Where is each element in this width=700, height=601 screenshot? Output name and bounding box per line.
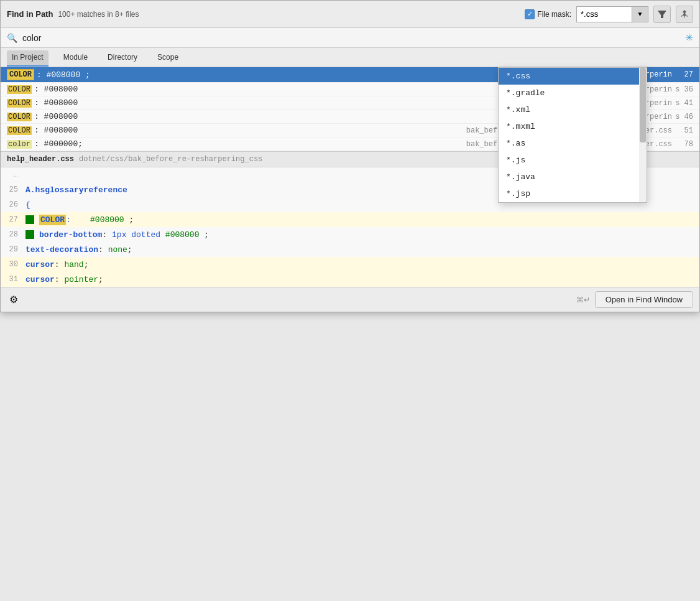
code-token: ; bbox=[127, 245, 132, 254]
filter-icon bbox=[657, 9, 667, 19]
code-token: ; bbox=[98, 275, 103, 284]
code-token: : bbox=[66, 215, 90, 225]
file-mask-field: ▼ bbox=[576, 6, 648, 22]
result-linenum: s 46 bbox=[675, 113, 693, 121]
code-token: #008000 bbox=[90, 215, 124, 225]
color-badge: COLOR bbox=[7, 69, 34, 80]
file-mask-checkbox-wrapper: ✓ File mask: bbox=[525, 9, 571, 19]
dropdown-item-java[interactable]: *.java bbox=[499, 169, 647, 185]
code-filepath: dotnet/css/bak_before_re-resharpering_cs… bbox=[79, 155, 262, 164]
code-token: ; bbox=[199, 230, 209, 240]
code-line: 28 border-bottom: 1px dotted #008000 ; bbox=[1, 227, 699, 242]
open-in-find-window-button[interactable]: Open in Find Window bbox=[595, 291, 693, 308]
code-token: : bbox=[55, 275, 65, 284]
result-content: : #008000 ; bbox=[37, 70, 558, 80]
pin-icon bbox=[679, 9, 689, 19]
code-line-highlighted: 27 COLOR: #008000 ; bbox=[1, 212, 699, 227]
line-number: … bbox=[1, 170, 25, 179]
code-token: 1px dotted bbox=[112, 230, 160, 240]
code-line-highlighted: 30 cursor: hand; bbox=[1, 257, 699, 272]
code-token: #008000 bbox=[165, 230, 200, 240]
result-content: : #008000 bbox=[34, 98, 558, 108]
match-count: 100+ matches in 8+ files bbox=[58, 10, 139, 19]
dropdown-item-jsp[interactable]: *.jsp bbox=[499, 185, 647, 202]
result-linenum: 27 bbox=[675, 70, 693, 79]
result-content: : #008000 bbox=[34, 85, 558, 94]
pin-button[interactable] bbox=[676, 6, 693, 23]
line-number: 30 bbox=[1, 260, 25, 269]
dropdown-item-css[interactable]: *.css bbox=[499, 68, 647, 85]
search-input[interactable] bbox=[22, 33, 680, 43]
dropdown-item-as[interactable]: *.as bbox=[499, 135, 647, 152]
code-token: ; bbox=[124, 215, 134, 225]
scrollbar-thumb bbox=[640, 68, 646, 142]
code-filename: help_header.css bbox=[7, 155, 74, 164]
tab-directory[interactable]: Directory bbox=[103, 50, 142, 67]
code-token: hand bbox=[64, 260, 83, 269]
line-number: 27 bbox=[1, 215, 25, 224]
keyboard-shortcut: ⌘↵ bbox=[576, 296, 590, 304]
code-token: cursor bbox=[25, 275, 55, 284]
result-linenum: 51 bbox=[675, 126, 693, 135]
color-badge: COLOR bbox=[7, 99, 32, 108]
code-token: : bbox=[102, 230, 112, 240]
star-button[interactable]: ✳ bbox=[685, 32, 693, 44]
color-swatch bbox=[25, 215, 34, 224]
search-icon: 🔍 bbox=[7, 33, 17, 43]
file-mask-dropdown: *.css *.gradle *.xml *.mxml *.as *.js *.… bbox=[498, 67, 647, 203]
code-token: : bbox=[98, 245, 108, 254]
color-badge: COLOR bbox=[7, 126, 32, 135]
line-number: 31 bbox=[1, 275, 25, 284]
code-token: none bbox=[108, 245, 127, 254]
file-mask-input[interactable] bbox=[576, 6, 632, 22]
result-content: : #008000 bbox=[34, 126, 464, 135]
result-content: : #008000 bbox=[34, 112, 558, 121]
line-number: 26 bbox=[1, 200, 25, 209]
code-token bbox=[160, 230, 165, 240]
line-number: 29 bbox=[1, 245, 25, 254]
file-mask-dropdown-btn[interactable]: ▼ bbox=[632, 6, 648, 22]
color-badge: color bbox=[7, 140, 32, 149]
code-token: A.hsglossaryreference bbox=[25, 185, 127, 195]
dropdown-scrollbar[interactable] bbox=[639, 68, 647, 202]
dropdown-item-gradle[interactable]: *.gradle bbox=[499, 85, 647, 101]
tab-scope[interactable]: Scope bbox=[152, 50, 183, 67]
line-number: 28 bbox=[1, 230, 25, 239]
dropdown-item-mxml[interactable]: *.mxml bbox=[499, 118, 647, 135]
code-token: : bbox=[55, 260, 65, 269]
result-linenum: 78 bbox=[675, 140, 693, 149]
tab-module[interactable]: Module bbox=[58, 50, 93, 67]
window-title: Find in Path bbox=[7, 9, 53, 19]
svg-marker-0 bbox=[658, 11, 666, 18]
file-mask-label: File mask: bbox=[537, 10, 571, 19]
search-bar: 🔍 ✳ bbox=[1, 28, 699, 48]
color-badge: COLOR bbox=[7, 85, 32, 94]
code-token: cursor bbox=[25, 260, 55, 269]
code-token: text-decoration bbox=[25, 245, 98, 254]
settings-button[interactable]: ⚙ bbox=[7, 293, 21, 307]
dropdown-item-xml[interactable]: *.xml bbox=[499, 101, 647, 118]
code-token: border-bottom bbox=[39, 230, 102, 240]
code-token: pointer bbox=[64, 275, 98, 284]
file-mask-checkbox[interactable]: ✓ bbox=[525, 9, 535, 19]
results-section: COLOR : #008000 ; bak_before_re-resharpe… bbox=[1, 67, 699, 152]
result-linenum: s 36 bbox=[675, 85, 693, 94]
color-badge: COLOR bbox=[7, 113, 32, 121]
code-line: 29 text-decoration: none; bbox=[1, 242, 699, 257]
result-linenum: s 41 bbox=[675, 99, 693, 108]
code-token: ; bbox=[84, 260, 89, 269]
line-number: 25 bbox=[1, 185, 25, 194]
code-token: { bbox=[25, 200, 30, 210]
result-content: : #000000; bbox=[34, 139, 464, 149]
toolbar: Find in Path 100+ matches in 8+ files ✓ … bbox=[1, 1, 699, 28]
code-token: COLOR bbox=[39, 215, 66, 225]
filter-button[interactable] bbox=[653, 6, 671, 23]
tab-in-project[interactable]: In Project bbox=[7, 50, 48, 67]
footer: ⚙ ⌘↵ Open in Find Window bbox=[1, 287, 699, 312]
color-swatch bbox=[25, 230, 34, 239]
scope-tabs: In Project Module Directory Scope bbox=[1, 48, 699, 67]
dropdown-item-js[interactable]: *.js bbox=[499, 152, 647, 169]
code-line-highlighted: 31 cursor: pointer; bbox=[1, 272, 699, 287]
